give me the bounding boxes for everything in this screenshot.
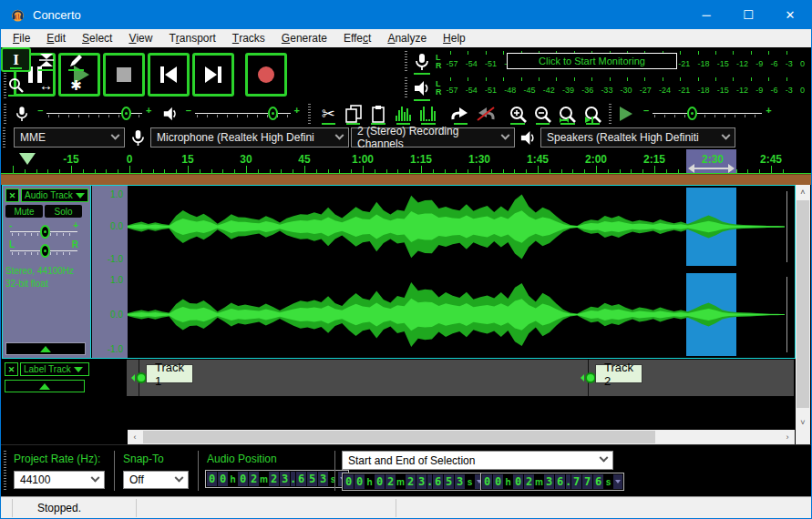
maximize-button[interactable]: ☐ [727,0,769,29]
play-at-speed-icon[interactable] [620,107,632,121]
skip-to-end-button[interactable] [192,53,234,97]
close-track-button[interactable]: ✕ [5,362,18,376]
solo-button[interactable]: Solo [45,205,82,218]
time-digit[interactable]: 5 [307,472,317,486]
time-digit[interactable]: . [427,474,432,489]
toolbar-grip[interactable] [405,51,410,72]
time-digit[interactable]: 3 [544,474,554,489]
waveform-channel-2[interactable] [128,273,795,356]
time-digit[interactable]: 6 [433,474,443,489]
time-digit[interactable]: 2 [249,472,259,486]
time-digit[interactable]: m [396,474,405,489]
time-digit[interactable]: 0 [375,474,385,489]
scroll-right-arrow[interactable]: › [780,430,795,444]
time-digit[interactable]: . [566,474,570,489]
time-digit[interactable]: h [229,472,237,486]
time-digit[interactable]: 6 [296,472,306,486]
slider-thumb[interactable] [40,244,50,258]
time-digit[interactable]: m [535,474,543,489]
collapse-track-button[interactable] [5,342,86,355]
snap-to-select[interactable]: Off [123,471,189,489]
time-digit[interactable]: 3 [280,472,290,486]
silence-audio-button[interactable] [416,103,439,125]
timeline-ruler[interactable]: -1501530451:001:151:301:452:002:152:302:… [1,149,811,174]
time-digit[interactable]: 0 [482,474,492,489]
time-digit[interactable]: 0 [218,472,228,486]
toolbar-grip[interactable] [3,127,8,148]
time-digit[interactable]: s [466,474,474,489]
cut-button[interactable]: ✂ [317,103,340,125]
project-rate-select[interactable]: 44100 [14,471,105,489]
time-digit[interactable]: 0 [207,472,217,486]
zoom-out-button[interactable] [531,103,554,125]
draw-tool-button[interactable] [61,47,91,72]
time-digit[interactable]: 0 [493,474,503,489]
scroll-up-arrow[interactable]: ˄ [796,185,810,199]
track-name-menu[interactable]: Audio Track [21,188,88,202]
slider-thumb[interactable] [40,225,50,239]
time-digit[interactable]: 0 [238,472,248,486]
vertical-scrollbar[interactable]: ˄ ˅ [796,185,810,430]
record-button[interactable] [245,53,287,97]
audio-position-field[interactable]: 00h02m23.653s [205,470,349,488]
close-track-button[interactable]: ✕ [5,188,19,202]
menu-effect[interactable]: Effect [335,29,379,47]
toolbar-grip[interactable] [308,104,313,124]
toolbar-grip[interactable] [4,451,9,491]
slider-thumb[interactable] [687,107,697,120]
copy-button[interactable] [342,103,365,125]
monitoring-tooltip[interactable]: Click to Start Monitoring [507,53,677,69]
menu-file[interactable]: File [5,29,38,47]
menu-edit[interactable]: Edit [38,29,74,47]
time-digit[interactable]: s [329,472,337,486]
vertical-ruler[interactable]: 1.00.0-1.0 1.00.0-1.0 [92,186,128,358]
waveform-channel-1[interactable] [128,188,795,266]
pan-slider[interactable]: LR [7,239,84,258]
time-digit[interactable]: s [604,474,612,489]
scroll-down-arrow[interactable]: ˅ [796,415,810,430]
recording-channels-select[interactable]: 2 (Stereo) Recording Channels [351,127,515,148]
time-digit[interactable]: 3 [455,474,465,489]
trim-audio-button[interactable] [392,103,415,125]
timeshift-tool-button[interactable]: ↔ [31,73,61,97]
time-digit[interactable]: . [291,472,295,486]
zoom-fit-button[interactable] [581,103,604,125]
recording-meter[interactable]: LR -57-54-51-48-45-42-39-36-33-30-27-24-… [404,49,810,74]
playback-meter-scale[interactable]: -57-54-51-48-45-42-39-36-33-30-27-24-21-… [445,76,807,100]
time-digit[interactable]: 6 [593,474,603,489]
waveform-area[interactable] [128,186,795,358]
recording-device-select[interactable]: Microphone (Realtek High Defini [150,127,349,148]
scrub-bar[interactable] [1,174,811,185]
zoom-in-button[interactable] [506,103,529,125]
playback-device-select[interactable]: Speakers (Realtek High Definiti [540,127,735,148]
menu-transport[interactable]: Transport [160,29,223,47]
toolbar-grip[interactable] [4,104,9,124]
horizontal-scrollbar[interactable]: ‹ › [128,430,795,444]
undo-button[interactable] [449,103,472,125]
time-digit[interactable]: 0 [355,474,365,489]
time-digit[interactable]: 2 [269,472,279,486]
audio-host-select[interactable]: MME [14,127,125,148]
menu-help[interactable]: Help [435,29,474,47]
paste-button[interactable] [366,103,389,125]
label-track[interactable]: ✕ Label Track Track 1Track 2 [2,360,796,396]
selection-start-field[interactable]: 00h02m23.653s [342,473,486,491]
multi-tool-button[interactable]: ✱ [61,73,91,97]
stop-button[interactable] [103,53,145,97]
time-digit[interactable]: 3 [416,474,427,489]
menu-select[interactable]: Select [74,29,120,47]
close-button[interactable]: ✕ [769,0,811,29]
time-digit[interactable]: h [504,474,512,489]
menu-view[interactable]: View [120,29,160,47]
collapse-track-button[interactable] [5,380,85,392]
scrollbar-thumb[interactable] [797,200,809,408]
playback-meter[interactable]: LR -57-54-51-48-45-42-39-36-33-30-27-24-… [404,76,810,100]
play-speed-slider[interactable] [653,105,762,123]
track-name-menu[interactable]: Label Track [20,362,89,376]
toolbar-grip[interactable] [405,77,410,98]
recording-volume-slider[interactable] [46,105,142,123]
skip-to-start-button[interactable] [148,53,190,97]
time-digit[interactable]: 7 [571,474,581,489]
scrollbar-thumb[interactable] [143,431,655,443]
slider-thumb[interactable] [268,107,278,120]
